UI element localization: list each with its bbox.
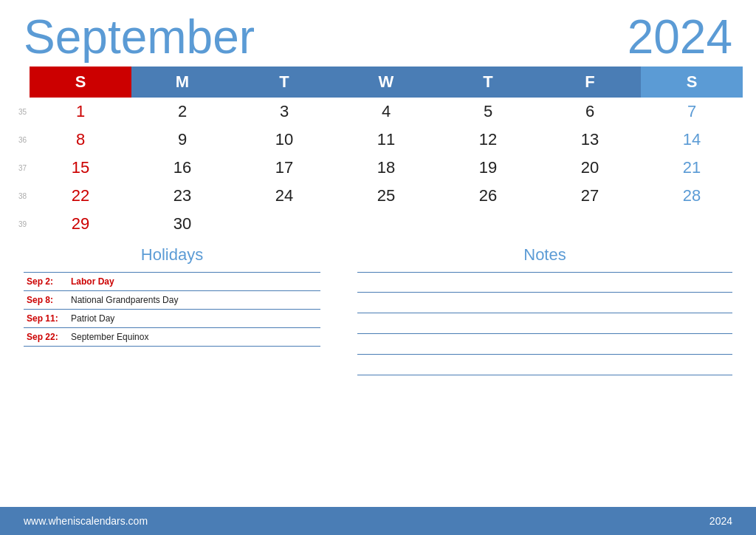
calendar-row: 36891011121314 (13, 126, 743, 154)
day-cell: 16 (131, 154, 233, 182)
day-cell: 12 (437, 126, 539, 154)
day-cell: 23 (131, 182, 233, 210)
holiday-date: Sep 22: (24, 328, 68, 347)
holiday-row: Sep 8:National Grandparents Day (24, 291, 320, 310)
day-cell: 27 (539, 182, 641, 210)
calendar-body: 3512345673689101112131437151617181920213… (13, 98, 743, 238)
footer-year: 2024 (709, 515, 732, 527)
holiday-name: Labor Day (68, 273, 320, 291)
holiday-name: Patriot Day (68, 310, 320, 328)
calendar-row: 3715161718192021 (13, 154, 743, 182)
day-cell (437, 210, 539, 238)
note-line[interactable] (357, 313, 732, 334)
day-cell: 30 (131, 210, 233, 238)
day-header-fri: F (539, 67, 641, 98)
holiday-name: National Grandparents Day (68, 291, 320, 310)
week-num-header (13, 67, 30, 98)
day-cell: 22 (30, 182, 131, 210)
day-cell: 15 (30, 154, 131, 182)
holidays-table: Sep 2:Labor DaySep 8:National Grandparen… (24, 272, 320, 347)
day-cell: 26 (437, 182, 539, 210)
day-cell: 21 (641, 154, 743, 182)
holidays-title: Holidays (24, 245, 320, 265)
calendar-table: S M T W T F S 35123456736891011121314371… (13, 67, 743, 238)
day-cell: 28 (641, 182, 743, 210)
day-cell (233, 210, 335, 238)
week-number: 36 (13, 126, 30, 154)
day-cell: 8 (30, 126, 131, 154)
day-cell: 9 (131, 126, 233, 154)
footer: www.wheniscalendars.com 2024 (0, 507, 756, 535)
holiday-date: Sep 2: (24, 273, 68, 291)
note-line[interactable] (357, 355, 732, 375)
day-cell: 5 (437, 98, 539, 126)
bottom-section: Holidays Sep 2:Labor DaySep 8:National G… (0, 238, 756, 507)
header: September 2024 (0, 0, 756, 67)
day-cell (641, 210, 743, 238)
notes-section: Notes (343, 245, 732, 507)
note-line[interactable] (357, 334, 732, 355)
day-cell: 17 (233, 154, 335, 182)
calendar-wrapper: S M T W T F S 35123456736891011121314371… (0, 67, 756, 238)
day-header-thu: T (437, 67, 539, 98)
notes-title: Notes (357, 245, 732, 265)
day-header-sat: S (641, 67, 743, 98)
day-cell: 10 (233, 126, 335, 154)
week-number: 37 (13, 154, 30, 182)
day-cell: 2 (131, 98, 233, 126)
day-cell: 18 (335, 154, 437, 182)
day-cell: 7 (641, 98, 743, 126)
week-number: 38 (13, 182, 30, 210)
holiday-row: Sep 11:Patriot Day (24, 310, 320, 328)
calendar-page: September 2024 S M T W T F S 35123456736… (0, 0, 756, 535)
holiday-date: Sep 11: (24, 310, 68, 328)
calendar-row: 3822232425262728 (13, 182, 743, 210)
note-line[interactable] (357, 272, 732, 293)
day-cell: 1 (30, 98, 131, 126)
day-cell: 19 (437, 154, 539, 182)
notes-lines (357, 272, 732, 375)
month-title: September (24, 13, 255, 61)
day-cell: 13 (539, 126, 641, 154)
note-line[interactable] (357, 293, 732, 313)
day-header-mon: M (131, 67, 233, 98)
day-cell (335, 210, 437, 238)
day-cell: 14 (641, 126, 743, 154)
day-cell: 29 (30, 210, 131, 238)
holiday-date: Sep 8: (24, 291, 68, 310)
calendar-row: 392930 (13, 210, 743, 238)
week-number: 35 (13, 98, 30, 126)
day-cell: 4 (335, 98, 437, 126)
day-cell: 25 (335, 182, 437, 210)
holiday-row: Sep 2:Labor Day (24, 273, 320, 291)
day-cell: 20 (539, 154, 641, 182)
holidays-section: Holidays Sep 2:Labor DaySep 8:National G… (24, 245, 343, 507)
day-cell: 6 (539, 98, 641, 126)
day-cell: 24 (233, 182, 335, 210)
footer-url: www.wheniscalendars.com (24, 515, 148, 527)
day-cell: 3 (233, 98, 335, 126)
day-cell: 11 (335, 126, 437, 154)
holiday-name: September Equinox (68, 328, 320, 347)
day-headers-row: S M T W T F S (13, 67, 743, 98)
day-header-sun: S (30, 67, 131, 98)
calendar-row: 351234567 (13, 98, 743, 126)
day-header-tue: T (233, 67, 335, 98)
year-title: 2024 (628, 13, 732, 61)
holiday-row: Sep 22:September Equinox (24, 328, 320, 347)
day-header-wed: W (335, 67, 437, 98)
week-number: 39 (13, 210, 30, 238)
day-cell (539, 210, 641, 238)
